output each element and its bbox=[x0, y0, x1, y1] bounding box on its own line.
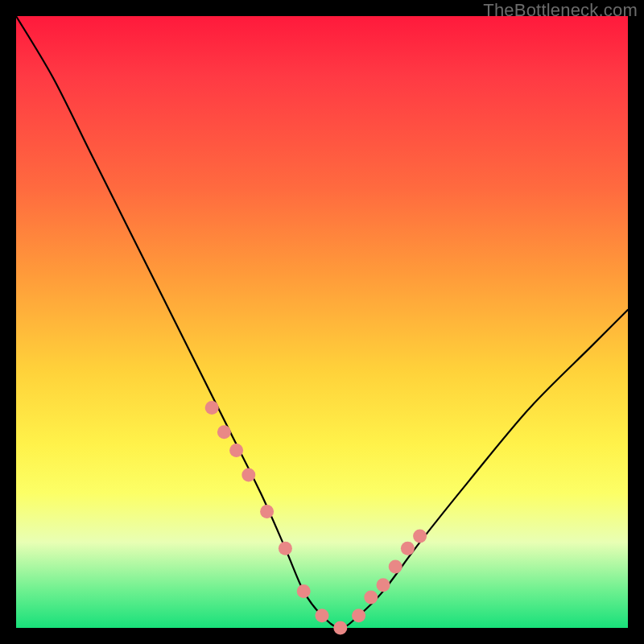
marker-point bbox=[217, 425, 231, 439]
marker-point bbox=[413, 530, 427, 543]
marker-point bbox=[333, 621, 347, 635]
marker-group bbox=[205, 401, 427, 635]
marker-point bbox=[364, 591, 378, 605]
plot-area bbox=[16, 16, 628, 628]
marker-point bbox=[260, 505, 274, 518]
marker-point bbox=[242, 469, 255, 482]
marker-point bbox=[205, 401, 219, 415]
marker-point bbox=[389, 560, 402, 574]
chart-svg bbox=[16, 16, 628, 628]
marker-point bbox=[377, 578, 390, 592]
chart-frame: TheBottleneck.com bbox=[0, 0, 644, 644]
marker-point bbox=[229, 444, 243, 457]
marker-point bbox=[279, 542, 292, 555]
bottleneck-curve-path bbox=[16, 16, 628, 628]
marker-point bbox=[297, 584, 311, 598]
marker-point bbox=[401, 542, 415, 555]
marker-point bbox=[316, 609, 329, 622]
watermark-text: TheBottleneck.com bbox=[483, 0, 638, 21]
marker-point bbox=[352, 609, 365, 622]
